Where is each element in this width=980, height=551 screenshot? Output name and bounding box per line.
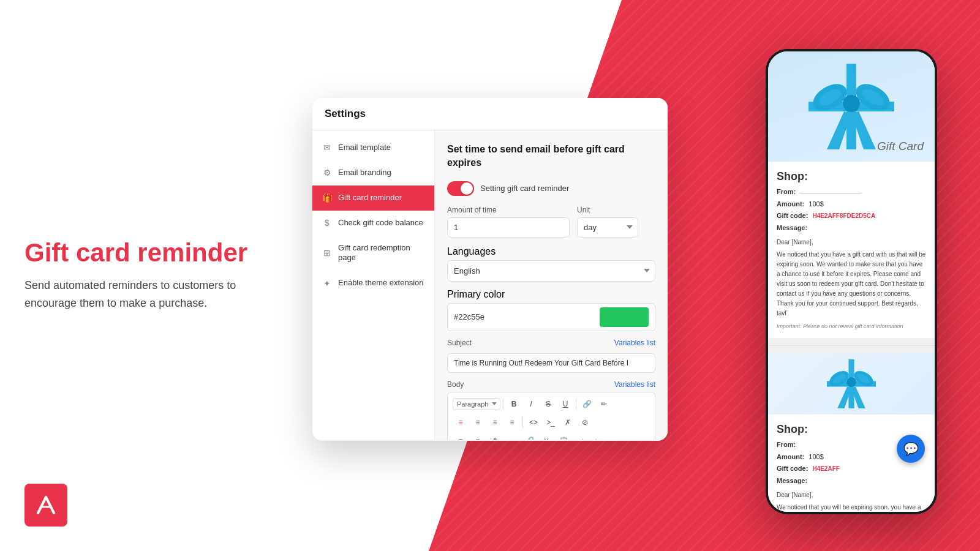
shop-title-1: Shop: [777,170,926,183]
justify-button[interactable]: ≡ [504,414,520,430]
sidebar-label-email-branding: Email branding [338,168,391,178]
languages-select[interactable]: English [447,260,655,282]
sidebar-label-email-template: Email template [338,143,391,153]
amount-value-2: 100$ [809,453,823,460]
gift-bow-svg-small [827,359,876,408]
underline-button[interactable]: U [557,396,573,412]
redo-button[interactable]: ↪ [590,433,606,440]
subject-variables-link[interactable]: Variables list [614,339,655,347]
toolbar-row-2: ≡ ≡ ≡ ≡ <> >_ ✗ ⊘ [453,414,650,430]
check-gift-code-icon: $ [322,218,332,228]
pen-button[interactable]: ✏ [596,396,612,412]
subject-input[interactable] [447,353,655,373]
toolbar-divider-1 [503,399,503,410]
align-right-button[interactable]: ≡ [487,414,503,430]
languages-label: Languages [447,246,655,257]
sidebar-item-check-gift-code[interactable]: $ Check gift code balance [312,211,434,236]
gift-code-value-1: H4E2AFF8FDE2D5CA [812,212,875,219]
primary-color-label: Primary color [447,289,655,300]
blockquote-button[interactable]: ❝ [487,433,503,440]
sidebar-item-gift-card-redemption[interactable]: ⊞ Gift card redemption page [312,236,434,271]
message-label-1: Message: [777,224,807,231]
gift-card-small-image [768,353,935,414]
svg-point-13 [846,377,856,387]
sidebar-item-email-template[interactable]: ✉ Email template [312,135,434,160]
amount-unit-row: Amount of time Unit day week month [447,206,655,238]
gift-card-top-image: Gift Card [768,51,935,162]
gift-card-reminder-toggle[interactable] [447,181,474,196]
align-left-button[interactable]: ≡ [453,414,469,430]
left-content-area: Gift card reminder Send automated remind… [24,239,257,312]
body-label: Body [447,380,464,389]
body-variables-link[interactable]: Variables list [614,380,655,389]
email-content-2: Shop: From: Amount: 100$ Gift code: H4E2… [768,414,935,512]
color-hex-value: #22c55e [454,312,594,321]
shop-title-2: Shop: [777,423,926,436]
erase-button[interactable]: ⊘ [577,414,593,430]
subject-label: Subject [447,339,472,347]
undo-button[interactable]: ↩ [573,433,589,440]
numbered-list-button[interactable]: ≡ [470,433,486,440]
toggle-row: Setting gift card reminder [447,181,655,196]
chat-button[interactable]: 💬 [897,435,925,463]
sidebar-label-gift-card-reminder: Gift card reminder [338,193,402,203]
sidebar-label-check-gift-code: Check gift code balance [338,218,423,228]
body-header: Body Variables list [447,380,655,389]
paragraph-select[interactable]: Paragraph [453,398,500,410]
toolbar-row-1: Paragraph B I S U 🔗 ✏ [453,396,650,412]
toolbar-row-3: ≡ ≡ ❝ — 🔗 ✕ 📋 ↩ ↪ [453,433,650,440]
italic-button[interactable]: I [523,396,539,412]
toggle-label: Setting gift card reminder [480,184,569,193]
message-field-2: Message: [777,476,926,486]
dear-text-2: Dear [Name], [777,490,926,500]
link-button[interactable]: 🔗 [579,396,595,412]
message-field-1: Message: [777,223,926,233]
email-content-1: Shop: From: Amount: 100$ Gift code: H4E2… [768,162,935,338]
main-title: Gift card reminder [24,239,257,267]
main-description: Send automated reminders to customers to… [24,277,257,312]
settings-header: Settings [312,98,668,130]
code-block-button[interactable]: >_ [543,414,559,430]
settings-panel: Settings ✉ Email template ⚙ Email brandi… [312,98,668,441]
gift-code-label-1: Gift code: [777,212,808,219]
email-branding-icon: ⚙ [322,168,332,178]
message-label-2: Message: [777,477,807,484]
gift-card-redemption-icon: ⊞ [322,248,332,258]
sidebar-item-enable-theme[interactable]: ✦ Enable theme extension [312,271,434,296]
important-text-1: Important: Please do not reveal gift car… [777,323,926,329]
divider-button[interactable]: — [504,433,520,440]
align-center-button[interactable]: ≡ [470,414,486,430]
settings-body: ✉ Email template ⚙ Email branding 🎁 Gift… [312,130,668,440]
subject-group: Subject Variables list [447,339,655,373]
amount-label-1: Amount: [777,200,804,208]
unit-group: Unit day week month [577,206,638,238]
primary-color-group: Primary color #22c55e [447,289,655,331]
color-swatch [600,307,649,327]
amount-input[interactable] [447,217,570,238]
color-picker-row[interactable]: #22c55e [447,303,655,331]
from-field-1: From: [777,187,926,197]
languages-group: Languages English [447,246,655,282]
amount-value-1: 100$ [809,200,823,208]
unit-select[interactable]: day week month [577,217,638,238]
gift-card-text-label: Gift Card [877,140,924,153]
sidebar-item-gift-card-reminder[interactable]: 🎁 Gift card reminder [312,186,434,211]
bullet-list-button[interactable]: ≡ [453,433,469,440]
from-label-2: From: [777,441,796,448]
toolbar-divider-2 [576,399,576,410]
sidebar-item-email-branding[interactable]: ⚙ Email branding [312,160,434,186]
code-button[interactable]: <> [526,414,541,430]
from-label-1: From: [777,188,796,195]
svg-point-6 [843,95,860,112]
gift-card-reminder-icon: 🎁 [322,193,332,203]
clear-format-button[interactable]: ✗ [560,414,576,430]
unlink-button[interactable]: ✕ [538,433,554,440]
email-template-icon: ✉ [322,143,332,152]
strikethrough-button[interactable]: S [540,396,556,412]
bold-button[interactable]: B [506,396,522,412]
hyperlink-button[interactable]: 🔗 [521,433,537,440]
phone-mockup: Gift Card Shop: From: Amount: 100$ Gift … [766,49,937,514]
unit-label: Unit [577,206,638,214]
copy-button[interactable]: 📋 [556,433,571,440]
subject-header: Subject Variables list [447,339,655,347]
